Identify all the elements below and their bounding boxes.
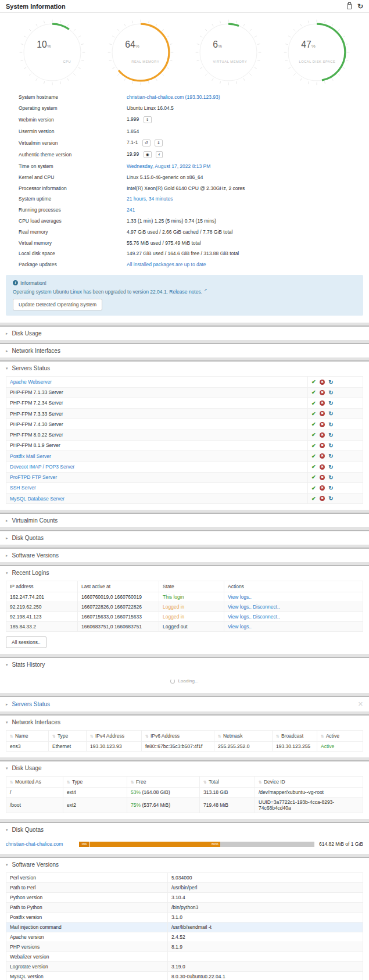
col-free[interactable]: ⇅Free [127,777,200,788]
panel-header-disk-usage[interactable]: ▸ Disk Usage [0,327,369,340]
server-running-icon[interactable]: ✔ [311,421,316,427]
close-icon[interactable]: ✕ [358,700,363,708]
quota-total-label: 614.82 MiB of 1 GiB [319,841,363,847]
col-active[interactable]: ⇅Active [317,731,363,742]
server-running-icon[interactable]: ✔ [311,443,316,449]
info-value[interactable]: Wednesday, August 17, 2022 8:13 PM [127,163,210,169]
panel-header-recent-logins[interactable]: ▾ Recent Logins [0,566,369,580]
restart-server-icon[interactable]: ↻ [328,464,333,470]
clipboard-icon[interactable] [347,3,352,9]
all-sessions-button[interactable]: All sessions.. [6,636,46,648]
version-action-icon[interactable]: ⇓ [144,116,152,123]
info-value[interactable]: 241 [127,207,135,213]
stop-server-icon[interactable]: ✖ [320,496,325,501]
view-logs-link[interactable]: View logs.. [228,614,252,620]
col-ipv6[interactable]: ⇅IPv6 Address [142,731,214,742]
server-name[interactable]: MySQL Database Server [10,496,65,502]
stop-server-icon[interactable]: ✖ [320,422,325,427]
panel-header-stats-history[interactable]: ▾ Stats History [0,658,369,671]
panel-header-network-interfaces-2[interactable]: ▾ Network Interfaces [0,716,369,729]
info-value: 1.854 [127,128,139,134]
server-name[interactable]: SSH Server [10,485,36,491]
info-value[interactable]: All installed packages are up to date [127,262,206,267]
server-running-icon[interactable]: ✔ [311,485,316,491]
panel-header-servers-status-2[interactable]: ▸ Servers Status ✕ [0,697,369,711]
view-logs-link[interactable]: View logs.. [228,624,252,630]
col-type[interactable]: ⇅Type [63,777,127,788]
stop-server-icon[interactable]: ✖ [320,485,325,491]
server-running-icon[interactable]: ✔ [311,453,316,459]
restart-server-icon[interactable]: ↻ [328,453,333,459]
stop-server-icon[interactable]: ✖ [320,390,325,395]
version-action-icon[interactable]: ◐ [156,151,163,158]
restart-server-icon[interactable]: ↻ [328,485,333,491]
view-logs-link[interactable]: View logs.. [228,604,252,610]
panel-header-disk-usage-2[interactable]: ▾ Disk Usage [0,761,369,775]
restart-server-icon[interactable]: ↻ [328,410,333,417]
panel-header-software-versions-2[interactable]: ▾ Software Versions [0,858,369,871]
panel-header-software-versions[interactable]: ▸ Software Versions [0,549,369,562]
stop-server-icon[interactable]: ✖ [320,453,325,459]
release-notes-link[interactable]: Release notes. [169,288,202,294]
col-device-id[interactable]: ⇅Device ID [255,777,363,788]
info-value[interactable]: 21 hours, 34 minutes [127,196,173,202]
panel-header-virtualmin-counts[interactable]: ▸ Virtualmin Counts [0,514,369,527]
server-name[interactable]: Apache Webserver [10,379,52,385]
restart-server-icon[interactable]: ↻ [328,442,333,449]
version-action-icon[interactable]: ↺ [142,140,151,146]
software-version-row: Logrotate version 3.19.0 [6,962,363,972]
col-ipv4[interactable]: ⇅IPv4 Address [87,731,142,742]
update-os-button[interactable]: Update Detected Operating System [13,299,102,310]
login-row: 92.219.62.250 1660722826,0 1660722826 Lo… [6,602,363,612]
stop-server-icon[interactable]: ✖ [320,443,325,448]
stop-server-icon[interactable]: ✖ [320,475,325,480]
server-running-icon[interactable]: ✔ [311,464,316,470]
version-action-icon[interactable]: ◉ [144,151,152,158]
restart-server-icon[interactable]: ↻ [328,379,333,385]
stop-server-icon[interactable]: ✖ [320,380,325,385]
server-running-icon[interactable]: ✔ [311,496,316,502]
panel-header-disk-quotas[interactable]: ▸ Disk Quotas [0,531,369,545]
info-value[interactable]: christian-chat-chalice.com (193.30.123.9… [127,94,220,100]
col-name[interactable]: ⇅Name [6,731,49,742]
col-broadcast[interactable]: ⇅Broadcast [273,731,317,742]
restart-server-icon[interactable]: ↻ [328,421,333,428]
server-running-icon[interactable]: ✔ [311,400,316,406]
restart-server-icon[interactable]: ↻ [328,400,333,406]
server-name[interactable]: ProFTPD FTP Server [10,474,57,480]
version-action-icon[interactable]: ⇓ [155,140,163,146]
stop-server-icon[interactable]: ✖ [320,432,325,438]
server-running-icon[interactable]: ✔ [311,474,316,480]
server-running-icon[interactable]: ✔ [311,379,316,385]
col-mounted-as[interactable]: ⇅Mounted As [6,777,63,788]
software-versions-table: Perl version 5.034000 Path to Perl /usr/… [6,872,363,980]
panel-header-disk-quotas-2[interactable]: ▾ Disk Quotas [0,823,369,836]
refresh-icon[interactable]: ↻ [357,3,363,10]
col-total[interactable]: ⇅Total [200,777,255,788]
server-name[interactable]: Postfix Mail Server [10,453,51,459]
server-running-icon[interactable]: ✔ [311,432,316,438]
server-running-icon[interactable]: ✔ [311,411,316,417]
panel-header-servers-status[interactable]: ▾ Servers Status [0,362,369,375]
disconnect-link[interactable]: Disconnect.. [253,604,280,610]
col-type[interactable]: ⇅Type [49,731,87,742]
server-running-icon[interactable]: ✔ [311,389,316,395]
restart-server-icon[interactable]: ↻ [328,495,333,502]
external-link-icon[interactable]: ↗ [203,288,207,292]
disconnect-link[interactable]: Disconnect.. [253,614,280,620]
stop-server-icon[interactable]: ✖ [320,464,325,470]
panel-title: Recent Logins [12,570,49,576]
restart-server-icon[interactable]: ↻ [328,474,333,481]
server-name[interactable]: Dovecot IMAP / POP3 Server [10,464,74,470]
view-logs-link[interactable]: View logs.. [228,594,252,600]
restart-server-icon[interactable]: ↻ [328,389,333,396]
stop-server-icon[interactable]: ✖ [320,411,325,416]
stop-server-icon[interactable]: ✖ [320,400,325,406]
restart-server-icon[interactable]: ↻ [328,432,333,438]
quota-domain-link[interactable]: christian-chat-chalice.com [6,841,74,847]
gauge-ring [200,24,257,81]
col-netmask[interactable]: ⇅Netmask [214,731,273,742]
panel-header-network-interfaces[interactable]: ▸ Network Interfaces [0,344,369,357]
gauge-tick [206,29,207,31]
gauge-tick [124,24,125,26]
